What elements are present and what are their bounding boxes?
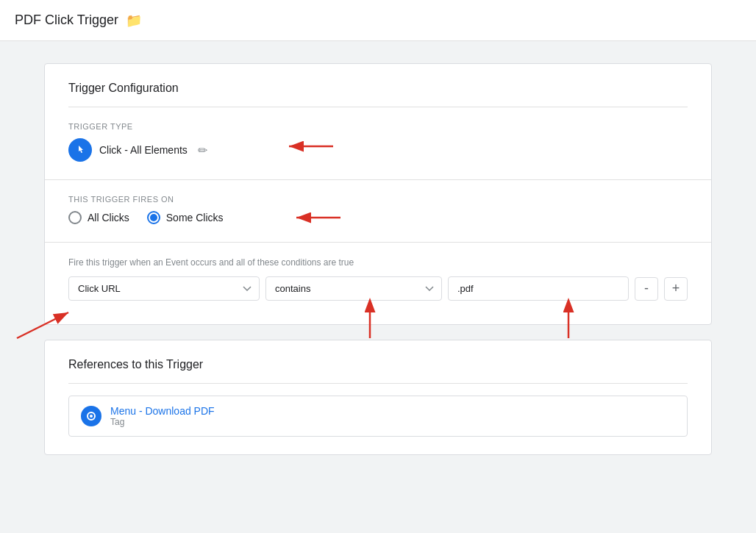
conditions-label: Fire this trigger when an Event occurs a… bbox=[68, 257, 688, 268]
fires-on-section: This trigger fires on All Clicks Some Cl… bbox=[68, 195, 688, 224]
ref-icon bbox=[81, 406, 101, 426]
references-card-title: References to this Trigger bbox=[68, 358, 688, 384]
ref-item-type: Tag bbox=[110, 417, 215, 427]
arrow-condition-right bbox=[546, 298, 591, 342]
arrow-trigger-type bbox=[282, 135, 340, 157]
trigger-card-title: Trigger Configuration bbox=[68, 82, 688, 107]
arrow-condition-left bbox=[10, 298, 83, 342]
radio-all-clicks-label: All Clicks bbox=[88, 212, 129, 223]
references-card: References to this Trigger Menu - Downlo… bbox=[44, 340, 712, 455]
ref-item-details: Menu - Download PDF Tag bbox=[110, 405, 215, 427]
trigger-type-icon bbox=[68, 138, 92, 162]
radio-all-clicks[interactable]: All Clicks bbox=[68, 211, 129, 224]
condition-value-input[interactable] bbox=[448, 276, 629, 301]
folder-icon: 📁 bbox=[126, 12, 142, 29]
radio-all-clicks-circle bbox=[68, 211, 82, 224]
add-condition-button[interactable]: + bbox=[664, 277, 688, 301]
radio-some-clicks-circle bbox=[147, 211, 160, 224]
ref-item[interactable]: Menu - Download PDF Tag bbox=[68, 396, 688, 437]
main-content: Trigger Configuration Trigger type Click… bbox=[0, 41, 756, 533]
radio-some-clicks[interactable]: Some Clicks bbox=[147, 211, 224, 224]
page-title: PDF Click Trigger bbox=[15, 12, 118, 28]
svg-line-5 bbox=[17, 312, 68, 338]
fires-on-label: This trigger fires on bbox=[68, 195, 688, 204]
top-bar: PDF Click Trigger 📁 bbox=[0, 0, 756, 41]
trigger-type-section: Trigger type Click - All Elements ✏ bbox=[68, 122, 688, 162]
svg-point-11 bbox=[90, 415, 93, 418]
arrow-some-clicks bbox=[289, 207, 348, 229]
arrow-condition-center bbox=[348, 298, 392, 342]
trigger-config-card: Trigger Configuration Trigger type Click… bbox=[44, 63, 712, 325]
remove-condition-button[interactable]: - bbox=[635, 277, 658, 301]
ref-item-name: Menu - Download PDF bbox=[110, 405, 215, 417]
condition-variable-select[interactable]: Click URL bbox=[68, 276, 260, 301]
trigger-type-label: Trigger type bbox=[68, 122, 688, 131]
conditions-section: Fire this trigger when an Event occurs a… bbox=[68, 257, 688, 301]
trigger-type-row: Click - All Elements ✏ bbox=[68, 138, 688, 162]
trigger-type-name: Click - All Elements bbox=[99, 144, 188, 156]
radio-group: All Clicks Some Clicks bbox=[68, 211, 688, 224]
radio-some-clicks-label: Some Clicks bbox=[166, 212, 224, 223]
edit-icon[interactable]: ✏ bbox=[198, 143, 207, 157]
